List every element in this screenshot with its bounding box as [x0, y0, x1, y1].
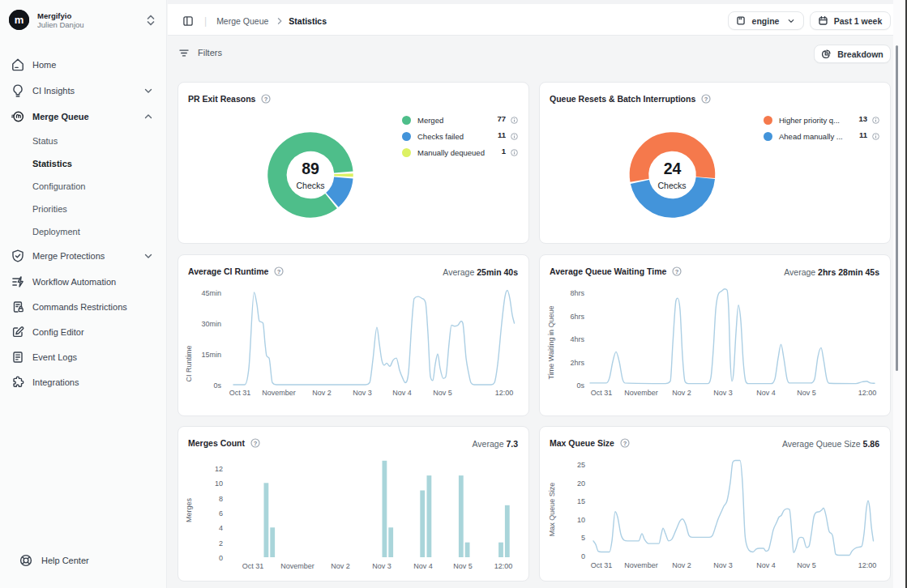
- svg-text:November: November: [280, 562, 314, 570]
- svg-text:2: 2: [219, 539, 223, 548]
- svg-text:8hrs: 8hrs: [570, 289, 584, 297]
- svg-text:12:00: 12:00: [495, 389, 514, 397]
- svg-text:Nov 5: Nov 5: [797, 561, 816, 569]
- svg-text:Nov 4: Nov 4: [392, 389, 412, 397]
- svg-text:0: 0: [219, 554, 223, 562]
- svg-text:November: November: [624, 561, 658, 569]
- svg-text:15min: 15min: [201, 351, 221, 359]
- svg-text:November: November: [624, 389, 658, 397]
- svg-text:12:00: 12:00: [494, 562, 513, 570]
- svg-text:10: 10: [215, 479, 223, 488]
- svg-text:Nov 4: Nov 4: [756, 389, 776, 397]
- svg-text:12:00: 12:00: [858, 561, 877, 569]
- svg-text:Nov 2: Nov 2: [312, 389, 332, 397]
- svg-text:Oct 31: Oct 31: [242, 562, 264, 570]
- svg-text:0s: 0s: [213, 381, 221, 390]
- svg-text:Oct 31: Oct 31: [229, 389, 251, 397]
- svg-text:Merges: Merges: [185, 497, 193, 522]
- svg-text:Nov 3: Nov 3: [713, 389, 733, 397]
- svg-text:6hrs: 6hrs: [570, 313, 584, 321]
- svg-text:12: 12: [215, 465, 223, 473]
- svg-text:Nov 2: Nov 2: [672, 561, 691, 569]
- svg-text:5: 5: [581, 534, 585, 542]
- svg-text:24: 24: [664, 160, 682, 177]
- svg-text:0s: 0s: [576, 381, 584, 390]
- svg-text:89: 89: [302, 160, 319, 177]
- svg-text:15: 15: [577, 497, 585, 505]
- svg-text:Oct 31: Oct 31: [591, 389, 613, 397]
- svg-text:12:00: 12:00: [858, 389, 877, 397]
- svg-text:Nov 3: Nov 3: [353, 389, 372, 397]
- svg-text:8: 8: [219, 495, 223, 503]
- svg-text:6: 6: [219, 509, 223, 518]
- svg-text:4: 4: [219, 524, 223, 532]
- svg-text:25: 25: [577, 461, 585, 469]
- svg-text:Nov 2: Nov 2: [331, 562, 350, 570]
- svg-text:November: November: [262, 389, 296, 397]
- svg-text:Nov 5: Nov 5: [433, 389, 452, 397]
- svg-text:20: 20: [577, 479, 585, 488]
- svg-text:CI Runtime: CI Runtime: [185, 345, 193, 381]
- svg-text:Nov 4: Nov 4: [413, 562, 433, 570]
- svg-text:Nov 4: Nov 4: [756, 561, 776, 569]
- svg-text:Nov 5: Nov 5: [453, 562, 473, 570]
- svg-text:Nov 5: Nov 5: [797, 389, 816, 397]
- svg-text:4hrs: 4hrs: [570, 335, 584, 343]
- svg-text:Nov 3: Nov 3: [713, 561, 733, 569]
- svg-text:2hrs: 2hrs: [570, 359, 584, 367]
- svg-text:Checks: Checks: [657, 181, 686, 190]
- svg-text:45min: 45min: [201, 289, 221, 297]
- svg-text:Max Queue Size: Max Queue Size: [548, 483, 556, 537]
- svg-text:30min: 30min: [201, 320, 221, 328]
- svg-text:m: m: [15, 14, 24, 26]
- svg-text:Nov 3: Nov 3: [372, 562, 391, 570]
- svg-text:10: 10: [577, 516, 585, 524]
- svg-text:Oct 31: Oct 31: [591, 561, 613, 569]
- svg-text:Time Waiting in Queue: Time Waiting in Queue: [547, 306, 555, 380]
- svg-text:Checks: Checks: [296, 181, 324, 190]
- svg-text:Nov 2: Nov 2: [672, 389, 691, 397]
- svg-text:0: 0: [581, 552, 585, 560]
